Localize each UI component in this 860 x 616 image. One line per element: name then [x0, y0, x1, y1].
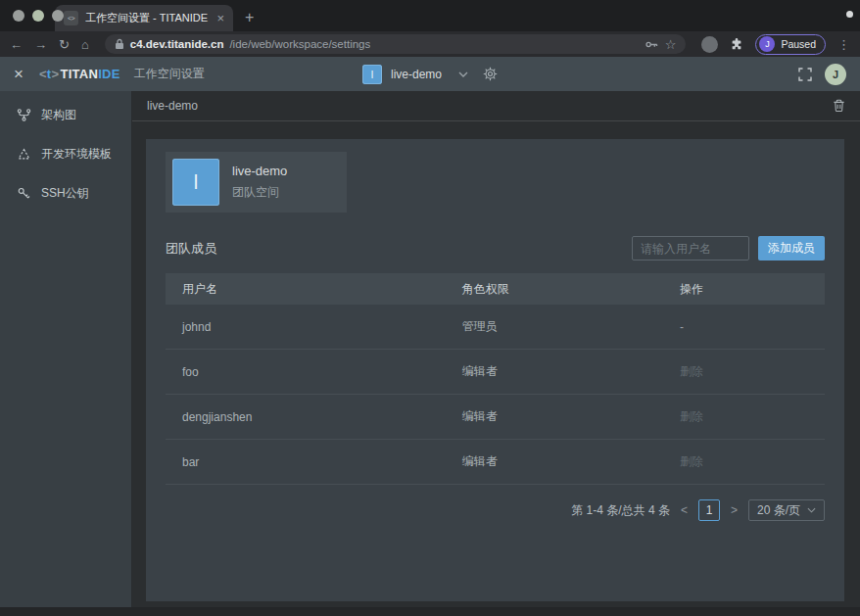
next-page-icon[interactable]: >: [729, 503, 740, 517]
sidebar-item-ssh-key[interactable]: SSH公钥: [0, 173, 131, 213]
settings-panel: l live-demo 团队空间 团队成员 添加成员: [146, 139, 844, 601]
breadcrumb: live-demo: [147, 99, 198, 113]
cell-role: 管理员: [462, 318, 680, 335]
workspace-switcher[interactable]: l live-demo: [362, 65, 498, 84]
window-dot: [846, 11, 853, 18]
fullscreen-icon[interactable]: [798, 68, 812, 81]
macos-zoom-icon[interactable]: [52, 10, 64, 22]
tab-strip: <> 工作空间设置 - TITANIDE × +: [0, 0, 860, 31]
cell-role: 编辑者: [462, 408, 680, 425]
table-row: johnd 管理员 -: [166, 305, 825, 350]
sidebar-item-label: SSH公钥: [41, 185, 89, 202]
cell-action: -: [680, 320, 825, 334]
page-size-value: 20 条/页: [757, 502, 800, 519]
sidebar: 架构图 开发环境模板 SSH公钥: [0, 91, 132, 607]
macos-close-icon[interactable]: [13, 10, 24, 22]
table-header-row: 用户名 角色权限 操作: [166, 273, 825, 305]
home-icon[interactable]: ⌂: [81, 38, 89, 51]
key-icon: [17, 186, 31, 201]
back-icon[interactable]: ←: [10, 38, 23, 51]
chevron-down-icon[interactable]: [458, 71, 468, 77]
cell-username: johnd: [166, 320, 462, 334]
url-path: /ide/web/workspace/settings: [229, 38, 370, 50]
members-section-title: 团队成员: [166, 240, 216, 258]
extension-icon[interactable]: [701, 36, 718, 53]
pagination-summary: 第 1-4 条/总共 4 条: [571, 502, 670, 519]
page-size-select[interactable]: 20 条/页: [748, 499, 825, 521]
table-row: foo 编辑者 删除: [166, 350, 825, 395]
table-row: bar 编辑者 删除: [166, 440, 825, 485]
column-header-action: 操作: [680, 281, 825, 298]
window-bottom-edge: [0, 607, 860, 616]
user-avatar[interactable]: J: [825, 64, 846, 85]
template-icon: [17, 147, 31, 162]
workspace-card-badge: l: [172, 159, 219, 206]
prev-page-icon[interactable]: <: [679, 503, 690, 517]
delete-member-link[interactable]: 删除: [680, 453, 825, 470]
browser-toolbar: ← → ↻ ⌂ c4.dev.titanide.cn/ide/web/works…: [0, 31, 860, 57]
bookmark-star-icon[interactable]: ☆: [665, 38, 677, 51]
sync-paused-label: Paused: [781, 38, 816, 50]
browser-window: <> 工作空间设置 - TITANIDE × + ← → ↻ ⌂ c4.dev.…: [0, 0, 860, 616]
address-bar[interactable]: c4.dev.titanide.cn/ide/web/workspace/set…: [105, 34, 687, 54]
titanide-favicon-icon: <>: [64, 11, 78, 25]
forward-icon[interactable]: →: [34, 38, 47, 51]
workspace-card-subtitle: 团队空间: [232, 184, 287, 201]
gear-icon[interactable]: [483, 67, 498, 81]
browser-menu-icon[interactable]: ⋮: [837, 38, 850, 51]
main-content: live-demo l live-demo 团队空间: [132, 91, 860, 607]
reload-icon[interactable]: ↻: [59, 38, 70, 51]
cell-role: 编辑者: [462, 363, 680, 380]
chevron-down-icon: [807, 507, 816, 513]
workspace-badge: l: [362, 65, 382, 84]
tab-close-icon[interactable]: ×: [216, 12, 224, 24]
column-header-role: 角色权限: [462, 281, 680, 298]
workspace-card-title: live-demo: [232, 164, 287, 178]
column-header-username: 用户名: [166, 281, 462, 298]
app-close-icon[interactable]: ×: [14, 66, 24, 82]
password-key-icon[interactable]: [645, 37, 659, 52]
cell-username: dengjianshen: [166, 410, 462, 424]
sidebar-item-label: 开发环境模板: [41, 146, 112, 163]
lock-icon: [115, 38, 124, 50]
sidebar-item-architecture[interactable]: 架构图: [0, 95, 131, 134]
sidebar-item-dev-env-template[interactable]: 开发环境模板: [0, 134, 131, 173]
cell-username: bar: [166, 455, 462, 469]
username-input[interactable]: [632, 236, 749, 261]
cell-username: foo: [166, 365, 462, 379]
delete-member-link[interactable]: 删除: [680, 363, 825, 380]
workspace-name: live-demo: [391, 68, 442, 81]
cell-role: 编辑者: [462, 453, 680, 470]
traffic-lights: [13, 10, 64, 22]
puzzle-extensions-icon[interactable]: [730, 37, 743, 51]
add-member-button[interactable]: 添加成员: [758, 236, 825, 261]
titanide-logo[interactable]: <t>TITANIDE: [39, 67, 120, 81]
branch-icon: [17, 108, 31, 122]
page-title: 工作空间设置: [134, 66, 205, 82]
table-row: dengjianshen 编辑者 删除: [166, 395, 825, 440]
tab-title: 工作空间设置 - TITANIDE: [85, 11, 210, 25]
members-header-row: 团队成员 添加成员: [166, 236, 825, 261]
delete-member-link[interactable]: 删除: [680, 408, 825, 425]
members-table: 用户名 角色权限 操作 johnd 管理员 - foo 编辑者 删除: [166, 273, 825, 485]
new-tab-button[interactable]: +: [245, 9, 254, 26]
pagination: 第 1-4 条/总共 4 条 < 1 > 20 条/页: [166, 499, 825, 521]
url-host: c4.dev.titanide.cn: [130, 38, 224, 50]
breadcrumb-bar: live-demo: [132, 91, 860, 121]
app-body: 架构图 开发环境模板 SSH公钥 live-demo: [0, 91, 860, 607]
workspace-card: l live-demo 团队空间: [166, 152, 347, 213]
page-number-button[interactable]: 1: [698, 499, 720, 521]
trash-icon[interactable]: [833, 99, 845, 113]
chrome-profile-button[interactable]: J Paused: [755, 34, 826, 55]
profile-avatar: J: [759, 36, 775, 52]
macos-minimize-icon[interactable]: [32, 10, 44, 22]
app-header: × <t>TITANIDE 工作空间设置 l live-demo J: [0, 57, 860, 91]
browser-tab[interactable]: <> 工作空间设置 - TITANIDE ×: [55, 5, 233, 31]
sidebar-item-label: 架构图: [41, 107, 76, 123]
